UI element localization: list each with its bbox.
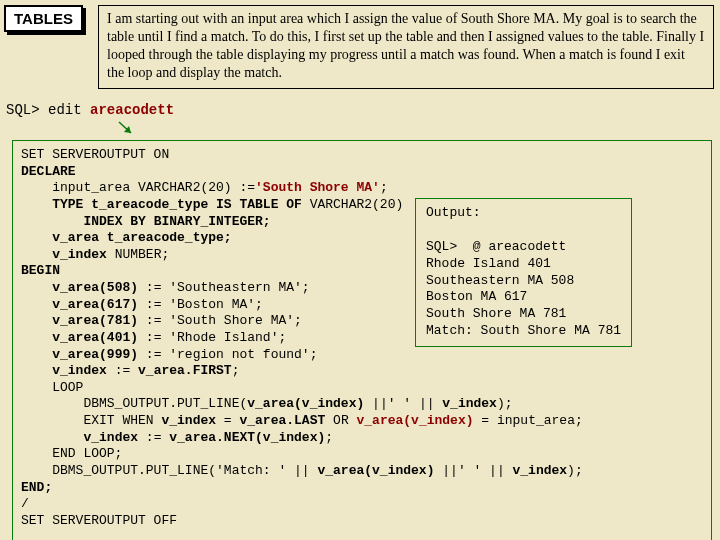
svg-marker-1 bbox=[124, 126, 131, 133]
tables-badge: TABLES bbox=[4, 5, 83, 32]
arrow-icon bbox=[115, 120, 137, 138]
svg-line-0 bbox=[119, 122, 131, 133]
edit-command: edit bbox=[48, 102, 82, 118]
sql-prompt-line: SQL> edit areacodett bbox=[6, 102, 174, 118]
intro-text: I am starting out with an input area whi… bbox=[98, 5, 714, 89]
file-name: areacodett bbox=[90, 102, 174, 118]
output-block: Output: SQL> @ areacodett Rhode Island 4… bbox=[415, 198, 632, 347]
sql-prompt: SQL> bbox=[6, 102, 40, 118]
